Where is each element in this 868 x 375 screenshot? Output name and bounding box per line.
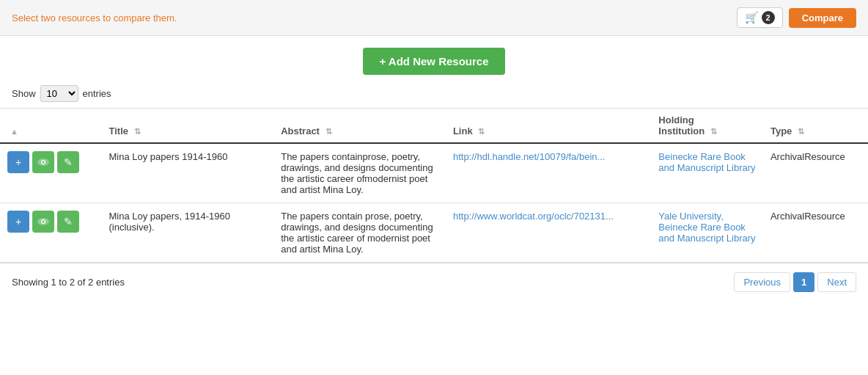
entries-label: entries xyxy=(83,88,111,99)
sort-title-icon[interactable]: ⇅ xyxy=(134,127,141,136)
sort-link-icon[interactable]: ⇅ xyxy=(478,127,485,136)
action-buttons-1: + ✎ xyxy=(7,211,94,233)
message-highlight: them. xyxy=(153,12,177,23)
col-header-holding: HoldingInstitution ⇅ xyxy=(651,109,763,144)
resource-link-1[interactable]: http://www.worldcat.org/oclc/702131... xyxy=(453,211,614,222)
svg-point-5 xyxy=(43,221,45,223)
toolbar: + Add New Resource xyxy=(0,36,868,82)
resource-link-0[interactable]: http://hdl.handle.net/10079/fa/bein... xyxy=(453,151,605,162)
row-holding-1: Yale University, Beinecke Rare Book and … xyxy=(651,203,763,263)
row-title-1: Mina Loy papers, 1914-1960 (inclusive). xyxy=(101,203,273,263)
col-link-label: Link xyxy=(453,125,473,136)
edit-button-0[interactable]: ✎ xyxy=(57,151,79,173)
holding-link-1[interactable]: Yale University, Beinecke Rare Book and … xyxy=(658,211,755,244)
add-button-0[interactable]: + xyxy=(7,151,29,173)
table-row: + ✎ Mina Loy papers 1914-1960 The papers… xyxy=(0,143,868,203)
row-type-0: ArchivalResource xyxy=(763,143,868,203)
sort-arrow-up[interactable]: ▲ xyxy=(10,127,18,136)
col-header-type: Type ⇅ xyxy=(763,109,868,144)
cart-count: 2 xyxy=(762,11,775,24)
view-button-1[interactable] xyxy=(32,211,54,233)
add-resource-button[interactable]: + Add New Resource xyxy=(363,48,504,75)
col-type-label: Type xyxy=(770,125,792,136)
row-link-1: http://www.worldcat.org/oclc/702131... xyxy=(446,203,651,263)
previous-button[interactable]: Previous xyxy=(734,272,790,292)
show-label: Show xyxy=(12,88,36,99)
holding-link-0[interactable]: Beinecke Rare Book and Manuscript Librar… xyxy=(658,151,755,173)
row-actions-0: + ✎ xyxy=(0,143,101,203)
row-holding-0: Beinecke Rare Book and Manuscript Librar… xyxy=(651,143,763,203)
compare-message: Select two resources to compare them. xyxy=(12,12,177,23)
message-text: Select two resources to compare xyxy=(12,12,150,23)
next-button[interactable]: Next xyxy=(817,272,856,292)
col-holding-label: HoldingInstitution xyxy=(658,114,705,136)
row-type-1: ArchivalResource xyxy=(763,203,868,263)
col-header-title: Title ⇅ xyxy=(101,109,273,144)
action-buttons-0: + ✎ xyxy=(7,151,94,173)
top-bar: Select two resources to compare them. 🛒 … xyxy=(0,0,868,36)
current-page: 1 xyxy=(793,272,814,292)
resources-table: ▲ Title ⇅ Abstract ⇅ Link ⇅ HoldingInsti… xyxy=(0,108,868,263)
footer-bar: Showing 1 to 2 of 2 entries Previous 1 N… xyxy=(0,263,868,301)
entries-control: Show 10 25 50 100 entries xyxy=(0,82,868,108)
compare-button[interactable]: Compare xyxy=(789,8,856,28)
row-link-0: http://hdl.handle.net/10079/fa/bein... xyxy=(446,143,651,203)
per-page-select[interactable]: 10 25 50 100 xyxy=(40,85,78,102)
row-title-0: Mina Loy papers 1914-1960 xyxy=(101,143,273,203)
table-row: + ✎ Mina Loy papers, 1914-1960 (inclusiv… xyxy=(0,203,868,263)
showing-entries: Showing 1 to 2 of 2 entries xyxy=(12,277,125,288)
row-abstract-1: The papers contain prose, poetry, drawin… xyxy=(273,203,446,263)
top-bar-actions: 🛒 2 Compare xyxy=(737,7,856,28)
col-header-abstract: Abstract ⇅ xyxy=(273,109,446,144)
sort-holding-icon[interactable]: ⇅ xyxy=(710,127,717,136)
view-button-0[interactable] xyxy=(32,151,54,173)
row-actions-1: + ✎ xyxy=(0,203,101,263)
row-abstract-0: The papers containprose, poetry, drawing… xyxy=(273,143,446,203)
sort-type-icon[interactable]: ⇅ xyxy=(798,127,804,136)
pagination: Previous 1 Next xyxy=(734,272,856,292)
add-button-1[interactable]: + xyxy=(7,211,29,233)
sort-abstract-icon[interactable]: ⇅ xyxy=(326,127,332,136)
col-header-link: Link ⇅ xyxy=(446,109,651,144)
cart-badge: 🛒 2 xyxy=(737,7,783,28)
edit-button-1[interactable]: ✎ xyxy=(57,211,79,233)
col-header-actions: ▲ xyxy=(0,109,101,144)
col-title-label: Title xyxy=(108,125,128,136)
svg-point-2 xyxy=(43,161,45,164)
cart-icon: 🛒 xyxy=(745,11,759,24)
col-abstract-label: Abstract xyxy=(281,125,320,136)
